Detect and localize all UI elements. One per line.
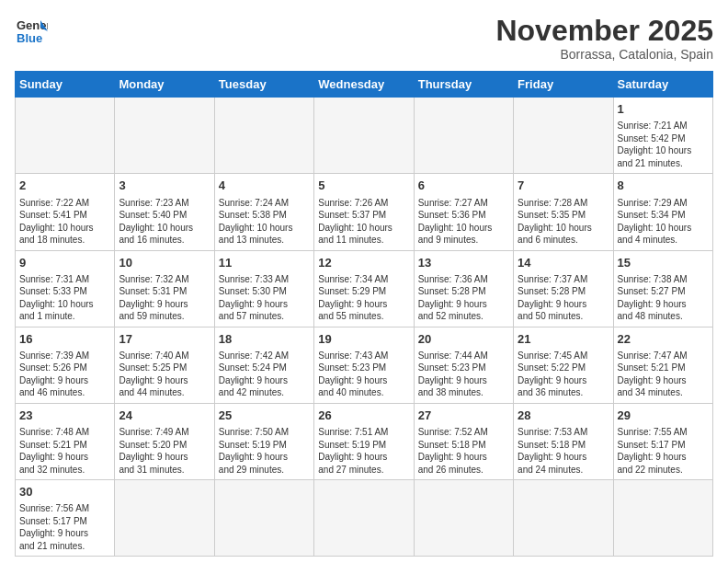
day-number: 17	[119, 331, 210, 348]
weekday-header-thursday: Thursday	[414, 72, 513, 98]
day-number: 15	[618, 255, 709, 271]
day-number: 4	[219, 178, 310, 194]
calendar-cell: 2Sunrise: 7:22 AM Sunset: 5:41 PM Daylig…	[16, 174, 115, 250]
day-info: Sunrise: 7:39 AM Sunset: 5:26 PM Dayligh…	[19, 350, 110, 399]
calendar-cell: 25Sunrise: 7:50 AM Sunset: 5:19 PM Dayli…	[214, 403, 313, 479]
calendar-cell	[16, 98, 115, 174]
day-number: 5	[318, 178, 409, 194]
calendar-cell: 16Sunrise: 7:39 AM Sunset: 5:26 PM Dayli…	[16, 327, 115, 403]
calendar-cell: 4Sunrise: 7:24 AM Sunset: 5:38 PM Daylig…	[214, 174, 313, 250]
calendar-week-row: 30Sunrise: 7:56 AM Sunset: 5:17 PM Dayli…	[16, 480, 713, 557]
day-number: 25	[219, 408, 310, 424]
calendar-cell: 28Sunrise: 7:53 AM Sunset: 5:18 PM Dayli…	[514, 403, 613, 479]
calendar-cell	[214, 480, 313, 557]
calendar-cell	[214, 98, 313, 174]
calendar-cell: 5Sunrise: 7:26 AM Sunset: 5:37 PM Daylig…	[314, 174, 414, 250]
calendar-cell	[115, 98, 214, 174]
day-number: 19	[318, 331, 409, 348]
day-info: Sunrise: 7:50 AM Sunset: 5:19 PM Dayligh…	[219, 426, 310, 476]
day-info: Sunrise: 7:49 AM Sunset: 5:20 PM Dayligh…	[119, 426, 210, 476]
calendar-cell: 1Sunrise: 7:21 AM Sunset: 5:42 PM Daylig…	[613, 98, 712, 174]
title-area: November 2025 Borrassa, Catalonia, Spain	[495, 15, 713, 62]
day-number: 26	[318, 408, 409, 424]
day-info: Sunrise: 7:34 AM Sunset: 5:29 PM Dayligh…	[318, 273, 409, 323]
day-number: 23	[19, 408, 110, 424]
day-number: 9	[19, 255, 110, 271]
day-number: 2	[19, 178, 110, 194]
day-number: 14	[518, 255, 609, 271]
day-info: Sunrise: 7:21 AM Sunset: 5:42 PM Dayligh…	[618, 120, 709, 169]
day-info: Sunrise: 7:24 AM Sunset: 5:38 PM Dayligh…	[219, 197, 310, 247]
calendar-cell: 12Sunrise: 7:34 AM Sunset: 5:29 PM Dayli…	[314, 250, 414, 327]
header-area: General Blue November 2025 Borrassa, Cat…	[15, 15, 713, 62]
day-number: 18	[219, 331, 310, 348]
calendar-cell: 15Sunrise: 7:38 AM Sunset: 5:27 PM Dayli…	[613, 250, 712, 327]
calendar-week-row: 23Sunrise: 7:48 AM Sunset: 5:21 PM Dayli…	[16, 403, 713, 479]
calendar-cell: 27Sunrise: 7:52 AM Sunset: 5:18 PM Dayli…	[414, 403, 513, 479]
day-info: Sunrise: 7:51 AM Sunset: 5:19 PM Dayligh…	[318, 426, 409, 476]
calendar-cell: 26Sunrise: 7:51 AM Sunset: 5:19 PM Dayli…	[314, 403, 414, 479]
day-info: Sunrise: 7:22 AM Sunset: 5:41 PM Dayligh…	[19, 197, 110, 247]
day-info: Sunrise: 7:47 AM Sunset: 5:21 PM Dayligh…	[618, 350, 709, 399]
day-info: Sunrise: 7:45 AM Sunset: 5:22 PM Dayligh…	[518, 350, 609, 399]
day-number: 11	[219, 255, 310, 271]
calendar-cell	[314, 98, 414, 174]
day-info: Sunrise: 7:43 AM Sunset: 5:23 PM Dayligh…	[318, 350, 409, 399]
calendar-cell	[514, 98, 613, 174]
calendar-cell	[115, 480, 214, 557]
day-info: Sunrise: 7:36 AM Sunset: 5:28 PM Dayligh…	[418, 273, 509, 323]
weekday-header-monday: Monday	[115, 72, 214, 98]
calendar-cell: 8Sunrise: 7:29 AM Sunset: 5:34 PM Daylig…	[613, 174, 712, 250]
weekday-header-saturday: Saturday	[613, 72, 712, 98]
day-info: Sunrise: 7:33 AM Sunset: 5:30 PM Dayligh…	[219, 273, 310, 323]
day-number: 13	[418, 255, 509, 271]
day-number: 28	[518, 408, 609, 424]
day-number: 10	[119, 255, 210, 271]
calendar-table: SundayMondayTuesdayWednesdayThursdayFrid…	[15, 71, 713, 557]
calendar-week-row: 1Sunrise: 7:21 AM Sunset: 5:42 PM Daylig…	[16, 98, 713, 174]
day-number: 16	[19, 331, 110, 348]
day-info: Sunrise: 7:52 AM Sunset: 5:18 PM Dayligh…	[418, 426, 509, 476]
calendar-cell: 10Sunrise: 7:32 AM Sunset: 5:31 PM Dayli…	[115, 250, 214, 327]
calendar-cell: 20Sunrise: 7:44 AM Sunset: 5:23 PM Dayli…	[414, 327, 513, 403]
calendar-cell: 24Sunrise: 7:49 AM Sunset: 5:20 PM Dayli…	[115, 403, 214, 479]
logo: General Blue	[15, 15, 48, 48]
day-number: 1	[618, 101, 709, 118]
day-number: 29	[618, 408, 709, 424]
day-info: Sunrise: 7:38 AM Sunset: 5:27 PM Dayligh…	[618, 273, 709, 323]
day-info: Sunrise: 7:56 AM Sunset: 5:17 PM Dayligh…	[19, 502, 110, 552]
weekday-header-friday: Friday	[514, 72, 613, 98]
day-info: Sunrise: 7:26 AM Sunset: 5:37 PM Dayligh…	[318, 197, 409, 247]
day-info: Sunrise: 7:28 AM Sunset: 5:35 PM Dayligh…	[518, 197, 609, 247]
day-info: Sunrise: 7:42 AM Sunset: 5:24 PM Dayligh…	[219, 350, 310, 399]
calendar-cell: 6Sunrise: 7:27 AM Sunset: 5:36 PM Daylig…	[414, 174, 513, 250]
svg-text:Blue: Blue	[17, 31, 42, 45]
calendar-cell: 18Sunrise: 7:42 AM Sunset: 5:24 PM Dayli…	[214, 327, 313, 403]
calendar-cell: 22Sunrise: 7:47 AM Sunset: 5:21 PM Dayli…	[613, 327, 712, 403]
day-info: Sunrise: 7:44 AM Sunset: 5:23 PM Dayligh…	[418, 350, 509, 399]
calendar-cell	[414, 98, 513, 174]
logo-icon: General Blue	[15, 15, 48, 48]
calendar-cell	[314, 480, 414, 557]
weekday-header-wednesday: Wednesday	[314, 72, 414, 98]
day-number: 20	[418, 331, 509, 348]
day-info: Sunrise: 7:29 AM Sunset: 5:34 PM Dayligh…	[618, 197, 709, 247]
day-info: Sunrise: 7:53 AM Sunset: 5:18 PM Dayligh…	[518, 426, 609, 476]
calendar-week-row: 16Sunrise: 7:39 AM Sunset: 5:26 PM Dayli…	[16, 327, 713, 403]
day-number: 7	[518, 178, 609, 194]
day-number: 6	[418, 178, 509, 194]
calendar-title: November 2025	[495, 15, 713, 47]
calendar-cell: 3Sunrise: 7:23 AM Sunset: 5:40 PM Daylig…	[115, 174, 214, 250]
day-number: 30	[19, 484, 110, 500]
day-number: 27	[418, 408, 509, 424]
calendar-cell	[514, 480, 613, 557]
day-number: 22	[618, 331, 709, 348]
day-info: Sunrise: 7:40 AM Sunset: 5:25 PM Dayligh…	[119, 350, 210, 399]
weekday-header-tuesday: Tuesday	[214, 72, 313, 98]
calendar-week-row: 2Sunrise: 7:22 AM Sunset: 5:41 PM Daylig…	[16, 174, 713, 250]
calendar-cell	[414, 480, 513, 557]
calendar-cell: 7Sunrise: 7:28 AM Sunset: 5:35 PM Daylig…	[514, 174, 613, 250]
weekday-header-sunday: Sunday	[16, 72, 115, 98]
day-info: Sunrise: 7:27 AM Sunset: 5:36 PM Dayligh…	[418, 197, 509, 247]
day-info: Sunrise: 7:32 AM Sunset: 5:31 PM Dayligh…	[119, 273, 210, 323]
